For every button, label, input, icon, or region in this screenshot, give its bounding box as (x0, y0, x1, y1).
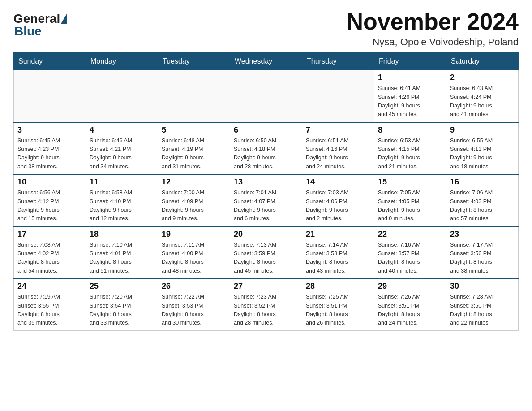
calendar-cell: 14Sunrise: 7:03 AM Sunset: 4:06 PM Dayli… (302, 174, 374, 227)
day-info: Sunrise: 6:58 AM Sunset: 4:10 PM Dayligh… (90, 188, 154, 223)
calendar-cell (14, 70, 86, 122)
day-number: 15 (378, 177, 442, 187)
day-info: Sunrise: 7:23 AM Sunset: 3:52 PM Dayligh… (234, 293, 298, 328)
day-info: Sunrise: 7:08 AM Sunset: 4:02 PM Dayligh… (17, 241, 82, 276)
calendar-week-row: 24Sunrise: 7:19 AM Sunset: 3:55 PM Dayli… (14, 278, 519, 330)
calendar-cell: 26Sunrise: 7:22 AM Sunset: 3:53 PM Dayli… (158, 278, 230, 330)
day-info: Sunrise: 7:20 AM Sunset: 3:54 PM Dayligh… (90, 293, 154, 328)
calendar-cell: 20Sunrise: 7:13 AM Sunset: 3:59 PM Dayli… (230, 227, 302, 279)
page-header: General Blue November 2024 Nysa, Opole V… (13, 9, 519, 48)
calendar-cell: 18Sunrise: 7:10 AM Sunset: 4:01 PM Dayli… (86, 227, 158, 279)
day-number: 23 (450, 230, 515, 239)
weekday-header-thursday: Thursday (302, 53, 374, 70)
calendar-cell: 29Sunrise: 7:26 AM Sunset: 3:51 PM Dayli… (374, 278, 446, 330)
day-info: Sunrise: 6:45 AM Sunset: 4:23 PM Dayligh… (17, 137, 82, 171)
day-info: Sunrise: 7:06 AM Sunset: 4:03 PM Dayligh… (450, 188, 515, 223)
day-info: Sunrise: 7:01 AM Sunset: 4:07 PM Dayligh… (234, 188, 298, 223)
weekday-header-saturday: Saturday (446, 53, 519, 70)
day-number: 16 (450, 177, 515, 187)
day-number: 24 (17, 282, 82, 291)
day-number: 25 (90, 282, 154, 291)
logo-triangle-icon (61, 14, 67, 24)
calendar-cell: 11Sunrise: 6:58 AM Sunset: 4:10 PM Dayli… (86, 174, 158, 227)
day-number: 7 (306, 125, 370, 135)
calendar-cell (230, 70, 302, 122)
day-number: 17 (17, 230, 82, 239)
day-info: Sunrise: 6:46 AM Sunset: 4:21 PM Dayligh… (90, 137, 154, 171)
calendar-cell: 17Sunrise: 7:08 AM Sunset: 4:02 PM Dayli… (14, 227, 86, 279)
day-info: Sunrise: 6:43 AM Sunset: 4:24 PM Dayligh… (450, 84, 515, 119)
day-number: 2 (450, 73, 515, 82)
day-info: Sunrise: 6:51 AM Sunset: 4:16 PM Dayligh… (306, 137, 370, 171)
day-info: Sunrise: 7:19 AM Sunset: 3:55 PM Dayligh… (17, 293, 82, 328)
calendar-title: November 2024 (347, 9, 519, 34)
day-info: Sunrise: 7:25 AM Sunset: 3:51 PM Dayligh… (306, 293, 370, 328)
day-number: 19 (162, 230, 226, 239)
day-number: 14 (306, 177, 370, 187)
day-number: 22 (378, 230, 442, 239)
calendar-cell: 27Sunrise: 7:23 AM Sunset: 3:52 PM Dayli… (230, 278, 302, 330)
weekday-header-monday: Monday (86, 53, 158, 70)
calendar-cell: 4Sunrise: 6:46 AM Sunset: 4:21 PM Daylig… (86, 122, 158, 175)
calendar-cell: 5Sunrise: 6:48 AM Sunset: 4:19 PM Daylig… (158, 122, 230, 175)
weekday-header-wednesday: Wednesday (230, 53, 302, 70)
calendar-cell: 3Sunrise: 6:45 AM Sunset: 4:23 PM Daylig… (14, 122, 86, 175)
calendar-cell: 1Sunrise: 6:41 AM Sunset: 4:26 PM Daylig… (374, 70, 446, 122)
calendar-cell: 13Sunrise: 7:01 AM Sunset: 4:07 PM Dayli… (230, 174, 302, 227)
day-number: 20 (234, 230, 298, 239)
day-number: 9 (450, 125, 515, 135)
day-info: Sunrise: 7:26 AM Sunset: 3:51 PM Dayligh… (378, 293, 442, 328)
day-info: Sunrise: 7:10 AM Sunset: 4:01 PM Dayligh… (90, 241, 154, 276)
logo: General Blue (13, 13, 68, 39)
calendar-location: Nysa, Opole Voivodeship, Poland (347, 36, 519, 48)
calendar-cell: 16Sunrise: 7:06 AM Sunset: 4:03 PM Dayli… (446, 174, 519, 227)
day-info: Sunrise: 7:00 AM Sunset: 4:09 PM Dayligh… (162, 188, 226, 223)
calendar-cell: 10Sunrise: 6:56 AM Sunset: 4:12 PM Dayli… (14, 174, 86, 227)
day-info: Sunrise: 6:41 AM Sunset: 4:26 PM Dayligh… (378, 84, 442, 119)
logo-general-text: General (13, 13, 60, 25)
day-number: 6 (234, 125, 298, 135)
calendar-cell: 25Sunrise: 7:20 AM Sunset: 3:54 PM Dayli… (86, 278, 158, 330)
day-info: Sunrise: 6:48 AM Sunset: 4:19 PM Dayligh… (162, 137, 226, 171)
day-info: Sunrise: 6:56 AM Sunset: 4:12 PM Dayligh… (17, 188, 82, 223)
day-number: 26 (162, 282, 226, 291)
day-number: 21 (306, 230, 370, 239)
calendar-cell: 6Sunrise: 6:50 AM Sunset: 4:18 PM Daylig… (230, 122, 302, 175)
day-info: Sunrise: 6:50 AM Sunset: 4:18 PM Dayligh… (234, 137, 298, 171)
calendar-cell: 2Sunrise: 6:43 AM Sunset: 4:24 PM Daylig… (446, 70, 519, 122)
day-number: 10 (17, 177, 82, 187)
day-info: Sunrise: 6:55 AM Sunset: 4:13 PM Dayligh… (450, 137, 515, 171)
calendar-cell: 9Sunrise: 6:55 AM Sunset: 4:13 PM Daylig… (446, 122, 519, 175)
calendar-cell: 28Sunrise: 7:25 AM Sunset: 3:51 PM Dayli… (302, 278, 374, 330)
day-number: 12 (162, 177, 226, 187)
day-info: Sunrise: 6:53 AM Sunset: 4:15 PM Dayligh… (378, 137, 442, 171)
day-number: 3 (17, 125, 82, 135)
day-number: 30 (450, 282, 515, 291)
calendar-cell: 23Sunrise: 7:17 AM Sunset: 3:56 PM Dayli… (446, 227, 519, 279)
day-number: 4 (90, 125, 154, 135)
calendar-cell: 24Sunrise: 7:19 AM Sunset: 3:55 PM Dayli… (14, 278, 86, 330)
calendar-cell (86, 70, 158, 122)
day-number: 5 (162, 125, 226, 135)
calendar-cell: 12Sunrise: 7:00 AM Sunset: 4:09 PM Dayli… (158, 174, 230, 227)
calendar-cell (158, 70, 230, 122)
weekday-header-row: SundayMondayTuesdayWednesdayThursdayFrid… (14, 53, 519, 70)
logo-blue-text: Blue (14, 24, 42, 38)
calendar-cell: 30Sunrise: 7:28 AM Sunset: 3:50 PM Dayli… (446, 278, 519, 330)
calendar-week-row: 1Sunrise: 6:41 AM Sunset: 4:26 PM Daylig… (14, 70, 519, 122)
day-number: 27 (234, 282, 298, 291)
calendar-week-row: 17Sunrise: 7:08 AM Sunset: 4:02 PM Dayli… (14, 227, 519, 279)
day-info: Sunrise: 7:03 AM Sunset: 4:06 PM Dayligh… (306, 188, 370, 223)
weekday-header-friday: Friday (374, 53, 446, 70)
day-number: 8 (378, 125, 442, 135)
day-info: Sunrise: 7:22 AM Sunset: 3:53 PM Dayligh… (162, 293, 226, 328)
day-info: Sunrise: 7:13 AM Sunset: 3:59 PM Dayligh… (234, 241, 298, 276)
calendar-cell: 22Sunrise: 7:16 AM Sunset: 3:57 PM Dayli… (374, 227, 446, 279)
day-number: 1 (378, 73, 442, 82)
calendar-cell: 7Sunrise: 6:51 AM Sunset: 4:16 PM Daylig… (302, 122, 374, 175)
calendar-cell: 8Sunrise: 6:53 AM Sunset: 4:15 PM Daylig… (374, 122, 446, 175)
day-info: Sunrise: 7:16 AM Sunset: 3:57 PM Dayligh… (378, 241, 442, 276)
calendar-week-row: 10Sunrise: 6:56 AM Sunset: 4:12 PM Dayli… (14, 174, 519, 227)
day-number: 13 (234, 177, 298, 187)
day-number: 28 (306, 282, 370, 291)
